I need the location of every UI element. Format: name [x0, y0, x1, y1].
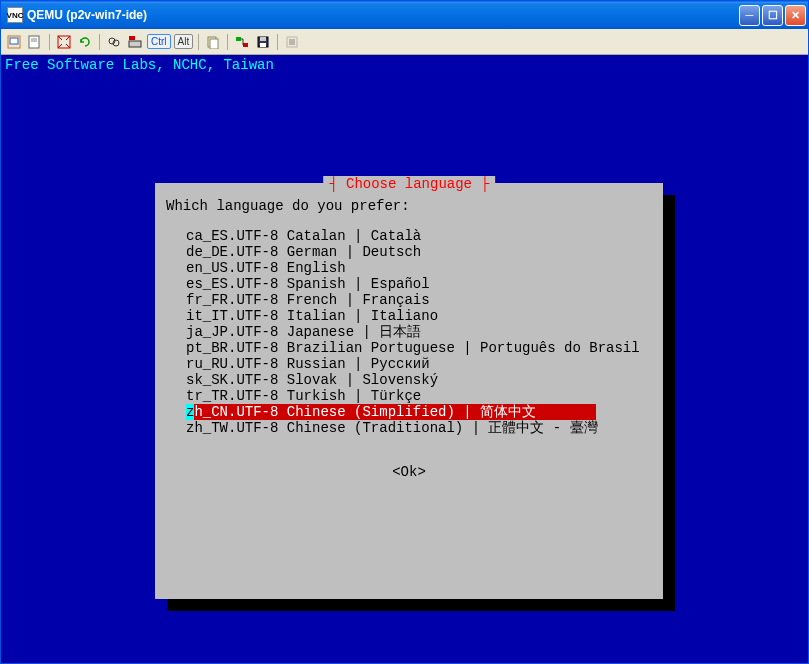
language-option[interactable]: tr_TR.UTF-8 Turkish | Türkçe — [186, 388, 652, 404]
titlebar[interactable]: VNC QEMU (p2v-win7-ide) ─ ☐ ✕ — [1, 1, 808, 29]
send-keys-icon[interactable] — [126, 33, 144, 51]
svg-rect-9 — [129, 36, 135, 40]
language-option[interactable]: fr_FR.UTF-8 French | Français — [186, 292, 652, 308]
language-option[interactable]: de_DE.UTF-8 German | Deutsch — [186, 244, 652, 260]
console-header: Free Software Labs, NCHC, Taiwan — [5, 57, 274, 73]
language-dialog: ┤ Choose language ├ Which language do yo… — [155, 183, 663, 599]
dialog-prompt: Which language do you prefer: — [166, 198, 652, 214]
console-area[interactable]: Free Software Labs, NCHC, Taiwan ┤ Choos… — [1, 55, 808, 663]
language-option[interactable]: ja_JP.UTF-8 Japanese | 日本語 — [186, 324, 652, 340]
fullscreen-icon[interactable] — [55, 33, 73, 51]
minimize-button[interactable]: ─ — [739, 5, 760, 26]
language-option[interactable]: es_ES.UTF-8 Spanish | Español — [186, 276, 652, 292]
language-list[interactable]: ca_ES.UTF-8 Catalan | Catalàde_DE.UTF-8 … — [166, 228, 652, 436]
clipboard-icon[interactable] — [204, 33, 222, 51]
svg-rect-11 — [210, 39, 218, 49]
separator — [198, 34, 199, 50]
window-controls: ─ ☐ ✕ — [739, 5, 806, 26]
svg-rect-16 — [260, 43, 266, 47]
dialog-title: ┤ Choose language ├ — [323, 176, 495, 192]
language-option[interactable]: ca_ES.UTF-8 Catalan | Català — [186, 228, 652, 244]
refresh-icon[interactable] — [76, 33, 94, 51]
toolbar: Ctrl Alt — [1, 29, 808, 55]
ctrl-alt-del-icon[interactable] — [105, 33, 123, 51]
separator — [277, 34, 278, 50]
save-connection-icon[interactable] — [26, 33, 44, 51]
qemu-window: VNC QEMU (p2v-win7-ide) ─ ☐ ✕ Ctrl Alt — [0, 0, 809, 664]
separator — [227, 34, 228, 50]
disk-icon[interactable] — [254, 33, 272, 51]
language-option[interactable]: en_US.UTF-8 English — [186, 260, 652, 276]
transfer-icon[interactable] — [233, 33, 251, 51]
svg-rect-8 — [129, 41, 141, 47]
disconnect-icon[interactable] — [283, 33, 301, 51]
window-title: QEMU (p2v-win7-ide) — [27, 8, 739, 22]
svg-rect-18 — [289, 39, 295, 45]
svg-rect-1 — [10, 38, 18, 44]
language-option[interactable]: zh_TW.UTF-8 Chinese (Traditional) | 正體中文… — [186, 420, 652, 436]
maximize-button[interactable]: ☐ — [762, 5, 783, 26]
ok-button[interactable]: <Ok> — [166, 464, 652, 480]
ctrl-key-button[interactable]: Ctrl — [147, 34, 171, 49]
svg-rect-2 — [29, 36, 39, 48]
language-option[interactable]: zh_CN.UTF-8 Chinese (Simplified) | 简体中文 — [186, 404, 596, 420]
language-option[interactable]: it_IT.UTF-8 Italian | Italiano — [186, 308, 652, 324]
language-option[interactable]: sk_SK.UTF-8 Slovak | Slovenský — [186, 372, 652, 388]
svg-rect-13 — [243, 43, 248, 47]
separator — [49, 34, 50, 50]
svg-rect-12 — [236, 37, 241, 41]
app-icon: VNC — [7, 7, 23, 23]
language-option[interactable]: ru_RU.UTF-8 Russian | Русский — [186, 356, 652, 372]
new-connection-icon[interactable] — [5, 33, 23, 51]
close-button[interactable]: ✕ — [785, 5, 806, 26]
language-option[interactable]: pt_BR.UTF-8 Brazilian Portuguese | Portu… — [186, 340, 652, 356]
alt-key-button[interactable]: Alt — [174, 34, 194, 49]
dialog-content: Which language do you prefer: ca_ES.UTF-… — [156, 184, 662, 490]
separator — [99, 34, 100, 50]
svg-rect-15 — [260, 37, 266, 41]
